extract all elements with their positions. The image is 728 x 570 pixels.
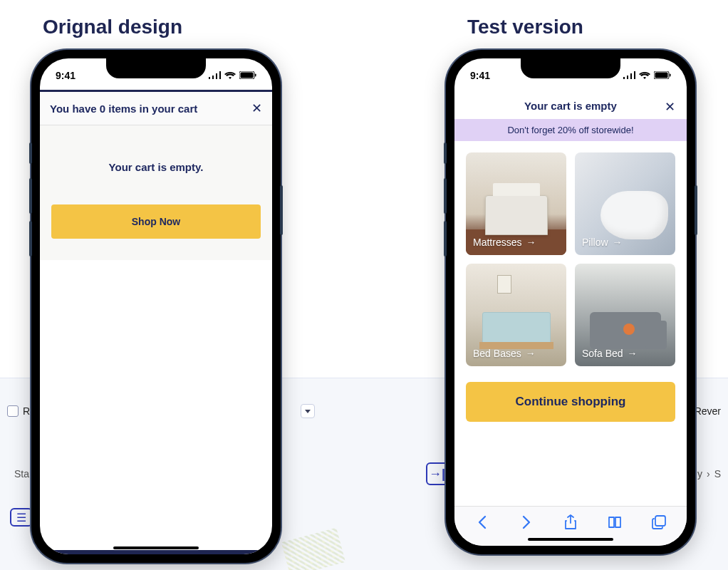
close-icon[interactable]: ✕ xyxy=(665,99,675,115)
phone-side-button xyxy=(695,185,697,235)
phone-test: 9:41 Your cart is empty ✕ Don't forget 2… xyxy=(446,50,695,554)
category-card-sofabed[interactable]: Sofa Bed → xyxy=(575,264,675,366)
heading-test: Test version xyxy=(467,16,583,38)
arrow-right-to-line-icon: →| xyxy=(429,467,445,482)
category-label: Bed Bases xyxy=(473,348,521,359)
list-icon: ☰ xyxy=(16,511,26,524)
bg-enter-button[interactable]: →| xyxy=(426,462,449,485)
phone-side-button xyxy=(280,185,283,235)
bg-list-button[interactable]: ☰ xyxy=(10,508,33,527)
wifi-icon xyxy=(224,70,236,81)
status-time: 9:41 xyxy=(470,67,490,81)
battery-icon xyxy=(654,70,671,81)
category-label: Sofa Bed xyxy=(582,348,623,359)
bg-label-r: R xyxy=(23,405,30,417)
status-time: 9:41 xyxy=(56,67,76,81)
bg-revenue-label: Rever xyxy=(695,405,721,417)
chevron-right-icon: › xyxy=(707,468,710,480)
phone-notch xyxy=(106,58,206,78)
back-icon[interactable] xyxy=(468,515,496,529)
home-indicator xyxy=(528,538,613,541)
share-icon[interactable] xyxy=(556,514,585,530)
heading-original: Orignal design xyxy=(43,16,182,38)
bottom-accent-bar xyxy=(40,550,272,554)
svg-rect-4 xyxy=(655,73,668,78)
phone-side-button xyxy=(444,142,447,164)
cellular-signal-icon xyxy=(209,70,221,81)
battery-icon xyxy=(239,70,256,81)
category-grid: Mattresses → Pillow → Bed Bases xyxy=(454,141,687,378)
category-card-mattresses[interactable]: Mattresses → xyxy=(466,152,566,255)
svg-rect-6 xyxy=(655,516,665,526)
arrow-right-icon: → xyxy=(628,348,638,359)
category-card-bedbases[interactable]: Bed Bases → xyxy=(466,264,566,366)
svg-rect-5 xyxy=(670,74,671,77)
cart-header-title: Your cart is empty xyxy=(524,100,617,112)
home-indicator xyxy=(113,546,199,549)
close-icon[interactable]: ✕ xyxy=(251,100,262,116)
continue-shopping-button[interactable]: Continue shopping xyxy=(466,382,675,422)
wifi-icon xyxy=(639,70,650,81)
category-label: Pillow xyxy=(582,237,608,248)
shop-now-button[interactable]: Shop Now xyxy=(51,204,261,239)
bg-checkbox-left: R xyxy=(7,405,30,417)
arrow-right-icon: → xyxy=(613,237,623,248)
arrow-right-icon: → xyxy=(526,348,536,359)
promo-banner: Don't forget 20% off storewide! xyxy=(454,119,687,141)
phone-side-button xyxy=(29,221,32,256)
cart-header-title: You have 0 items in your cart xyxy=(50,103,197,115)
checkbox-icon[interactable] xyxy=(7,405,19,417)
phone-notch xyxy=(521,58,620,78)
chevron-down-icon xyxy=(305,410,311,413)
cellular-signal-icon xyxy=(623,70,635,81)
category-label: Mattresses xyxy=(473,237,521,248)
category-card-pillow[interactable]: Pillow → xyxy=(575,152,675,255)
cart-header-original: You have 0 items in your cart ✕ xyxy=(40,90,272,125)
empty-cart-message: Your cart is empty. xyxy=(48,161,264,173)
breadcrumb-item: S xyxy=(714,468,721,480)
empty-cart-section: Your cart is empty. Shop Now xyxy=(40,125,272,260)
cart-header-test: Your cart is empty ✕ xyxy=(454,90,687,119)
phone-side-button xyxy=(29,178,32,214)
phone-original: 9:41 You have 0 items in your cart ✕ You… xyxy=(31,50,281,563)
arrow-right-icon: → xyxy=(526,237,536,248)
svg-rect-1 xyxy=(241,73,254,78)
tabs-icon[interactable] xyxy=(645,515,673,529)
phone-side-button xyxy=(444,178,447,214)
bg-dropdown[interactable] xyxy=(301,404,315,418)
bg-breadcrumb: y › S xyxy=(697,468,721,480)
bookmarks-icon[interactable] xyxy=(600,516,629,529)
breadcrumb-item: y xyxy=(697,468,702,480)
svg-rect-2 xyxy=(255,74,256,77)
phone-side-button xyxy=(29,142,32,164)
forward-icon[interactable] xyxy=(512,515,541,529)
phone-side-button xyxy=(444,221,447,256)
